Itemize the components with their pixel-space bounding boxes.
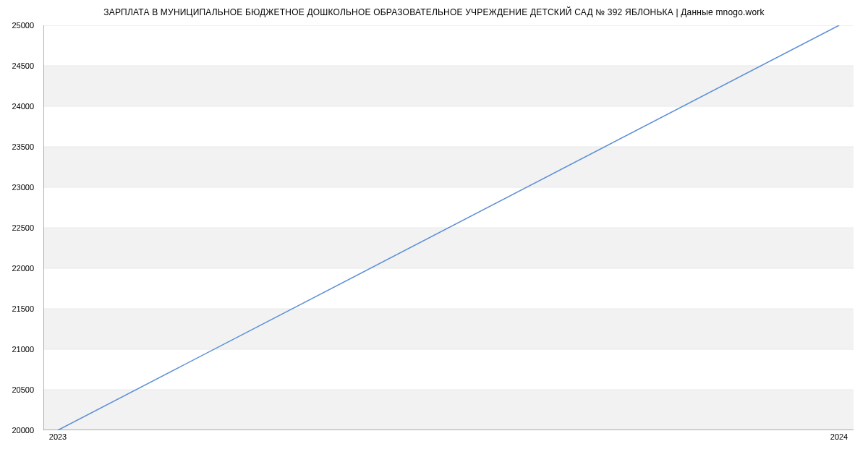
y-tick-label: 21000 [12,345,34,354]
svg-rect-4 [43,228,854,268]
chart-plot-area [43,25,854,430]
svg-rect-2 [43,309,854,349]
x-tick-label: 2024 [830,432,848,441]
chart-title: ЗАРПЛАТА В МУНИЦИПАЛЬНОЕ БЮДЖЕТНОЕ ДОШКО… [0,0,868,17]
y-tick-label: 23500 [12,142,34,151]
y-tick-label: 20000 [12,426,34,435]
y-tick-label: 22500 [12,223,34,232]
svg-rect-3 [43,268,854,309]
x-axis: 2023 2024 [43,432,854,447]
svg-rect-6 [43,147,854,187]
svg-rect-1 [43,349,854,390]
chart-svg [43,25,854,430]
svg-rect-0 [43,390,854,430]
y-axis: 20000 20500 21000 21500 22000 22500 2300… [0,25,40,430]
svg-rect-9 [43,25,854,66]
x-tick-label: 2023 [49,432,67,441]
y-tick-label: 21500 [12,304,34,313]
y-tick-label: 23000 [12,183,34,192]
svg-rect-5 [43,187,854,228]
y-tick-label: 20500 [12,385,34,394]
y-tick-label: 22000 [12,264,34,273]
svg-rect-7 [43,106,854,147]
svg-rect-8 [43,66,854,106]
y-tick-label: 24500 [12,61,34,70]
y-tick-label: 24000 [12,102,34,111]
y-tick-label: 25000 [12,21,34,30]
